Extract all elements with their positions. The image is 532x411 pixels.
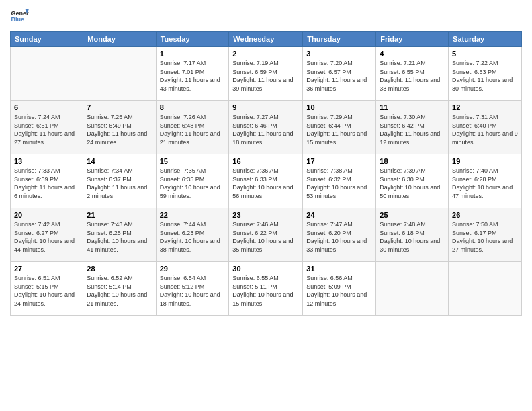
day-number: 30	[232, 265, 299, 273]
calendar-header-row: SundayMondayTuesdayWednesdayThursdayFrid…	[11, 32, 522, 47]
calendar-cell: 10Sunrise: 7:29 AM Sunset: 6:44 PM Dayli…	[303, 101, 376, 154]
day-of-week-header: Monday	[83, 32, 156, 47]
day-info: Sunrise: 7:50 AM Sunset: 6:17 PM Dayligh…	[452, 220, 518, 254]
calendar-cell: 16Sunrise: 7:36 AM Sunset: 6:33 PM Dayli…	[229, 154, 303, 208]
day-info: Sunrise: 7:26 AM Sunset: 6:48 PM Dayligh…	[160, 113, 226, 146]
day-number: 21	[87, 211, 152, 219]
calendar-cell: 19Sunrise: 7:40 AM Sunset: 6:28 PM Dayli…	[449, 154, 522, 208]
day-number: 27	[14, 265, 79, 273]
day-info: Sunrise: 7:31 AM Sunset: 6:40 PM Dayligh…	[452, 113, 518, 146]
calendar-cell: 30Sunrise: 6:55 AM Sunset: 5:11 PM Dayli…	[229, 262, 303, 316]
calendar-cell: 21Sunrise: 7:43 AM Sunset: 6:25 PM Dayli…	[83, 208, 156, 262]
day-info: Sunrise: 6:56 AM Sunset: 5:09 PM Dayligh…	[306, 274, 372, 308]
day-number: 25	[380, 211, 445, 219]
day-info: Sunrise: 7:47 AM Sunset: 6:20 PM Dayligh…	[306, 220, 372, 254]
day-info: Sunrise: 7:39 AM Sunset: 6:30 PM Dayligh…	[380, 167, 445, 200]
day-number: 1	[160, 50, 226, 58]
calendar-cell: 27Sunrise: 6:51 AM Sunset: 5:15 PM Dayli…	[11, 262, 83, 316]
day-number: 5	[452, 50, 518, 58]
day-of-week-header: Saturday	[449, 32, 522, 47]
calendar-cell: 28Sunrise: 6:52 AM Sunset: 5:14 PM Dayli…	[83, 262, 156, 316]
day-of-week-header: Thursday	[303, 32, 376, 47]
calendar-table: SundayMondayTuesdayWednesdayThursdayFrid…	[10, 31, 522, 316]
day-number: 26	[452, 211, 518, 219]
day-info: Sunrise: 7:36 AM Sunset: 6:33 PM Dayligh…	[232, 167, 299, 200]
day-number: 31	[306, 265, 372, 273]
calendar-cell: 4Sunrise: 7:21 AM Sunset: 6:55 PM Daylig…	[376, 47, 449, 101]
day-number: 4	[380, 50, 445, 58]
day-number: 17	[306, 157, 372, 165]
calendar-week-row: 6Sunrise: 7:24 AM Sunset: 6:51 PM Daylig…	[11, 101, 522, 154]
calendar-cell: 1Sunrise: 7:17 AM Sunset: 7:01 PM Daylig…	[156, 47, 229, 101]
day-of-week-header: Tuesday	[156, 32, 229, 47]
logo-icon: General Blue	[10, 7, 29, 26]
calendar-cell: 3Sunrise: 7:20 AM Sunset: 6:57 PM Daylig…	[303, 47, 376, 101]
day-info: Sunrise: 6:55 AM Sunset: 5:11 PM Dayligh…	[232, 274, 299, 308]
calendar-cell: 29Sunrise: 6:54 AM Sunset: 5:12 PM Dayli…	[156, 262, 229, 316]
calendar-cell: 15Sunrise: 7:35 AM Sunset: 6:35 PM Dayli…	[156, 154, 229, 208]
day-of-week-header: Sunday	[11, 32, 83, 47]
calendar-cell: 5Sunrise: 7:22 AM Sunset: 6:53 PM Daylig…	[449, 47, 522, 101]
day-info: Sunrise: 7:40 AM Sunset: 6:28 PM Dayligh…	[452, 167, 518, 200]
calendar-cell: 18Sunrise: 7:39 AM Sunset: 6:30 PM Dayli…	[376, 154, 449, 208]
day-info: Sunrise: 7:29 AM Sunset: 6:44 PM Dayligh…	[306, 113, 372, 146]
calendar-cell: 20Sunrise: 7:42 AM Sunset: 6:27 PM Dayli…	[11, 208, 83, 262]
day-number: 15	[160, 157, 226, 165]
calendar-cell: 6Sunrise: 7:24 AM Sunset: 6:51 PM Daylig…	[11, 101, 83, 154]
calendar-week-row: 27Sunrise: 6:51 AM Sunset: 5:15 PM Dayli…	[11, 262, 522, 316]
calendar-cell: 8Sunrise: 7:26 AM Sunset: 6:48 PM Daylig…	[156, 101, 229, 154]
day-number: 19	[452, 157, 518, 165]
day-number: 7	[87, 103, 152, 111]
day-number: 3	[306, 50, 372, 58]
day-info: Sunrise: 6:51 AM Sunset: 5:15 PM Dayligh…	[14, 274, 79, 308]
calendar-cell: 25Sunrise: 7:48 AM Sunset: 6:18 PM Dayli…	[376, 208, 449, 262]
day-info: Sunrise: 6:54 AM Sunset: 5:12 PM Dayligh…	[160, 274, 226, 308]
calendar-cell: 24Sunrise: 7:47 AM Sunset: 6:20 PM Dayli…	[303, 208, 376, 262]
day-number: 13	[14, 157, 79, 165]
calendar-cell: 31Sunrise: 6:56 AM Sunset: 5:09 PM Dayli…	[303, 262, 376, 316]
header: General Blue	[10, 7, 522, 26]
day-info: Sunrise: 7:27 AM Sunset: 6:46 PM Dayligh…	[232, 113, 299, 146]
calendar-cell: 9Sunrise: 7:27 AM Sunset: 6:46 PM Daylig…	[229, 101, 303, 154]
calendar-cell: 23Sunrise: 7:46 AM Sunset: 6:22 PM Dayli…	[229, 208, 303, 262]
calendar-cell: 2Sunrise: 7:19 AM Sunset: 6:59 PM Daylig…	[229, 47, 303, 101]
calendar-cell	[449, 262, 522, 316]
day-info: Sunrise: 7:34 AM Sunset: 6:37 PM Dayligh…	[87, 167, 152, 200]
day-of-week-header: Wednesday	[229, 32, 303, 47]
calendar-week-row: 20Sunrise: 7:42 AM Sunset: 6:27 PM Dayli…	[11, 208, 522, 262]
day-number: 18	[380, 157, 445, 165]
day-info: Sunrise: 7:46 AM Sunset: 6:22 PM Dayligh…	[232, 220, 299, 254]
calendar-cell: 14Sunrise: 7:34 AM Sunset: 6:37 PM Dayli…	[83, 154, 156, 208]
day-info: Sunrise: 7:24 AM Sunset: 6:51 PM Dayligh…	[14, 113, 79, 146]
day-info: Sunrise: 7:22 AM Sunset: 6:53 PM Dayligh…	[452, 59, 518, 93]
day-info: Sunrise: 7:17 AM Sunset: 7:01 PM Dayligh…	[160, 59, 226, 93]
day-info: Sunrise: 7:35 AM Sunset: 6:35 PM Dayligh…	[160, 167, 226, 200]
day-number: 9	[232, 103, 299, 111]
day-number: 14	[87, 157, 152, 165]
day-info: Sunrise: 7:19 AM Sunset: 6:59 PM Dayligh…	[232, 59, 299, 93]
calendar-cell	[83, 47, 156, 101]
calendar-cell: 17Sunrise: 7:38 AM Sunset: 6:32 PM Dayli…	[303, 154, 376, 208]
calendar-cell: 12Sunrise: 7:31 AM Sunset: 6:40 PM Dayli…	[449, 101, 522, 154]
day-info: Sunrise: 7:44 AM Sunset: 6:23 PM Dayligh…	[160, 220, 226, 254]
day-info: Sunrise: 7:20 AM Sunset: 6:57 PM Dayligh…	[306, 59, 372, 93]
day-of-week-header: Friday	[376, 32, 449, 47]
day-number: 16	[232, 157, 299, 165]
day-number: 6	[14, 103, 79, 111]
day-number: 11	[380, 103, 445, 111]
calendar-cell: 13Sunrise: 7:33 AM Sunset: 6:39 PM Dayli…	[11, 154, 83, 208]
calendar-week-row: 13Sunrise: 7:33 AM Sunset: 6:39 PM Dayli…	[11, 154, 522, 208]
day-number: 20	[14, 211, 79, 219]
calendar-cell: 7Sunrise: 7:25 AM Sunset: 6:49 PM Daylig…	[83, 101, 156, 154]
calendar-cell: 26Sunrise: 7:50 AM Sunset: 6:17 PM Dayli…	[449, 208, 522, 262]
calendar-cell: 22Sunrise: 7:44 AM Sunset: 6:23 PM Dayli…	[156, 208, 229, 262]
calendar-cell: 11Sunrise: 7:30 AM Sunset: 6:42 PM Dayli…	[376, 101, 449, 154]
logo: General Blue	[10, 7, 29, 26]
day-number: 29	[160, 265, 226, 273]
day-number: 12	[452, 103, 518, 111]
day-info: Sunrise: 7:48 AM Sunset: 6:18 PM Dayligh…	[380, 220, 445, 254]
day-number: 28	[87, 265, 152, 273]
calendar-cell	[376, 262, 449, 316]
day-info: Sunrise: 7:25 AM Sunset: 6:49 PM Dayligh…	[87, 113, 152, 146]
day-info: Sunrise: 7:33 AM Sunset: 6:39 PM Dayligh…	[14, 167, 79, 200]
